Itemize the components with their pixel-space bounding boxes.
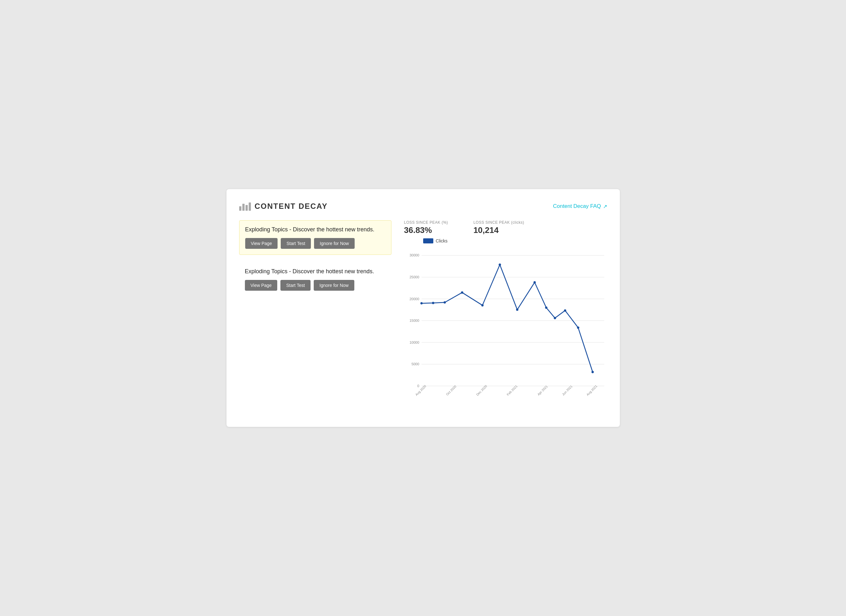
chart-legend: Clicks xyxy=(404,238,607,243)
loss-clicks-value: 10,214 xyxy=(473,225,524,235)
data-point xyxy=(564,309,566,312)
loss-clicks-label: LOSS SINCE PEAK (clicks) xyxy=(473,220,524,225)
loss-pct-value: 36.83% xyxy=(404,225,448,235)
svg-text:0: 0 xyxy=(417,384,419,388)
start-test-button-2[interactable]: Start Test xyxy=(281,280,311,291)
view-page-button-1[interactable]: View Page xyxy=(245,238,278,249)
svg-text:Feb 2021: Feb 2021 xyxy=(506,384,518,396)
data-point xyxy=(577,326,579,329)
data-point xyxy=(499,263,501,266)
right-panel: LOSS SINCE PEAK (%) 36.83% LOSS SINCE PE… xyxy=(404,220,607,411)
left-panel: Exploding Topics - Discover the hottest … xyxy=(239,220,391,411)
data-point xyxy=(545,307,547,309)
page-title-1: Exploding Topics - Discover the hottest … xyxy=(245,226,385,234)
faq-label: Content Decay FAQ xyxy=(553,203,601,209)
data-point xyxy=(420,302,423,304)
loss-pct-label: LOSS SINCE PEAK (%) xyxy=(404,220,448,225)
button-row-1: View Page Start Test Ignore for Now xyxy=(245,238,385,249)
data-point xyxy=(554,317,556,319)
faq-link[interactable]: Content Decay FAQ ↗ xyxy=(553,203,607,209)
svg-text:Jun 2021: Jun 2021 xyxy=(561,384,573,396)
svg-text:Aug 2020: Aug 2020 xyxy=(414,384,427,396)
svg-text:5000: 5000 xyxy=(411,362,419,366)
page-item-1: Exploding Topics - Discover the hottest … xyxy=(239,220,391,255)
chart-area: 0 5000 10000 15000 20000 25000 30000 Aug… xyxy=(404,246,607,411)
svg-text:30000: 30000 xyxy=(410,253,419,257)
data-point xyxy=(444,301,446,303)
svg-text:20000: 20000 xyxy=(410,297,419,301)
start-test-button-1[interactable]: Start Test xyxy=(281,238,311,249)
ignore-button-1[interactable]: Ignore for Now xyxy=(314,238,355,249)
page-title-2: Exploding Topics - Discover the hottest … xyxy=(245,268,386,275)
page-title: CONTENT DECAY xyxy=(255,202,328,211)
svg-text:Oct 2020: Oct 2020 xyxy=(445,385,457,396)
button-row-2: View Page Start Test Ignore for Now xyxy=(245,280,386,291)
data-point xyxy=(481,304,483,306)
view-page-button-2[interactable]: View Page xyxy=(245,280,278,291)
legend-color-clicks xyxy=(423,238,433,243)
stat-loss-pct: LOSS SINCE PEAK (%) 36.83% xyxy=(404,220,448,235)
content-area: Exploding Topics - Discover the hottest … xyxy=(239,220,607,411)
stats-row: LOSS SINCE PEAK (%) 36.83% LOSS SINCE PE… xyxy=(404,220,607,235)
data-point xyxy=(461,291,463,294)
svg-text:15000: 15000 xyxy=(410,319,419,322)
main-card: CONTENT DECAY Content Decay FAQ ↗ Explod… xyxy=(226,189,620,427)
page-item-2: Exploding Topics - Discover the hottest … xyxy=(239,262,391,296)
clicks-line xyxy=(421,265,592,372)
bar-chart-icon xyxy=(239,202,251,211)
svg-text:10000: 10000 xyxy=(410,341,419,344)
line-chart: 0 5000 10000 15000 20000 25000 30000 Aug… xyxy=(404,246,607,398)
data-point xyxy=(516,309,518,311)
data-point xyxy=(533,281,535,284)
svg-text:Apr 2021: Apr 2021 xyxy=(537,385,548,396)
data-point xyxy=(432,302,434,304)
external-link-icon: ↗ xyxy=(603,203,607,209)
header-left: CONTENT DECAY xyxy=(239,202,328,211)
data-point xyxy=(591,371,593,373)
stat-loss-clicks: LOSS SINCE PEAK (clicks) 10,214 xyxy=(473,220,524,235)
svg-text:25000: 25000 xyxy=(410,275,419,279)
ignore-button-2[interactable]: Ignore for Now xyxy=(314,280,354,291)
legend-label-clicks: Clicks xyxy=(436,238,448,243)
header: CONTENT DECAY Content Decay FAQ ↗ xyxy=(239,202,607,211)
